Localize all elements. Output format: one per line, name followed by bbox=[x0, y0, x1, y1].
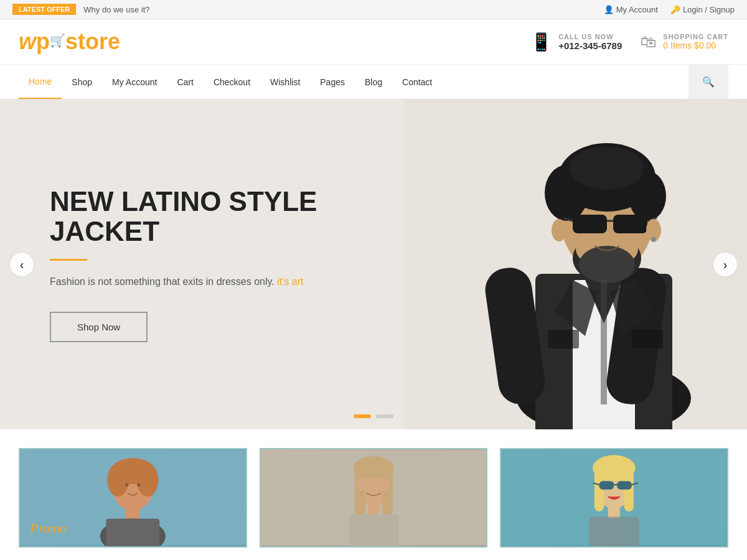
product-card-1-label: Promo bbox=[30, 520, 67, 536]
nav-item-checkout[interactable]: Checkout bbox=[204, 66, 260, 98]
slider-prev-button[interactable]: ‹ bbox=[9, 252, 34, 277]
svg-rect-26 bbox=[601, 280, 607, 404]
slider-dots bbox=[354, 414, 393, 418]
nav-link-cart[interactable]: Cart bbox=[167, 66, 203, 98]
shopping-cart-icon: 🛍 bbox=[641, 32, 657, 52]
my-account-label: My Account bbox=[616, 5, 658, 14]
header: wp🛒store 📱 CALL US NOW +012-345-6789 🛍 S… bbox=[0, 19, 747, 65]
chevron-left-icon: ‹ bbox=[20, 258, 24, 272]
svg-point-32 bbox=[107, 464, 128, 497]
nav-item-wishlist[interactable]: Wishlist bbox=[260, 66, 310, 98]
hero-image-svg bbox=[405, 100, 747, 429]
search-icon: 🔍 bbox=[702, 77, 715, 87]
nav-link-shop[interactable]: Shop bbox=[62, 66, 102, 98]
hero-subtitle-normal: Fashion is not something that exits in d… bbox=[50, 276, 275, 287]
call-text: CALL US NOW +012-345-6789 bbox=[558, 33, 622, 51]
call-label: CALL US NOW bbox=[558, 33, 622, 40]
svg-rect-16 bbox=[573, 215, 607, 233]
cart-items: 0 Items bbox=[663, 40, 692, 50]
slider-dot-2[interactable] bbox=[376, 414, 393, 418]
header-right: 📱 CALL US NOW +012-345-6789 🛍 SHOPPING C… bbox=[530, 32, 728, 52]
nav-item-cart[interactable]: Cart bbox=[167, 66, 203, 98]
svg-rect-42 bbox=[354, 468, 365, 515]
svg-point-12 bbox=[570, 146, 644, 190]
nav-link-my-account[interactable]: My Account bbox=[102, 66, 167, 98]
nav-link-checkout[interactable]: Checkout bbox=[204, 66, 260, 98]
cart-label: SHOPPING CART bbox=[663, 33, 728, 40]
top-bar-right: 👤 My Account 🔑 Login / Signup bbox=[604, 5, 735, 14]
cart-text: SHOPPING CART 0 Items $0.00 bbox=[663, 33, 728, 50]
my-account-link[interactable]: 👤 My Account bbox=[604, 5, 658, 14]
svg-rect-45 bbox=[349, 515, 398, 546]
nav-item-blog[interactable]: Blog bbox=[355, 66, 392, 98]
svg-rect-58 bbox=[590, 517, 639, 546]
svg-rect-28 bbox=[632, 330, 663, 348]
top-bar-center-text: Why do we use it? bbox=[83, 5, 149, 14]
slider-next-button[interactable]: › bbox=[713, 252, 738, 277]
logo-text: wp🛒store bbox=[19, 30, 120, 53]
call-us-section: 📱 CALL US NOW +012-345-6789 bbox=[530, 32, 622, 52]
product-card-3[interactable] bbox=[500, 448, 728, 548]
login-signup-link[interactable]: 🔑 Login / Signup bbox=[670, 5, 735, 14]
nav-item-home[interactable]: Home bbox=[19, 65, 62, 99]
shopping-cart-section[interactable]: 🛍 SHOPPING CART 0 Items $0.00 bbox=[641, 32, 728, 52]
nav-link-blog[interactable]: Blog bbox=[355, 66, 392, 98]
navigation: Home Shop My Account Cart Checkout Wishl… bbox=[0, 65, 747, 100]
svg-point-15 bbox=[579, 246, 635, 283]
product-card-2[interactable] bbox=[260, 448, 488, 548]
user-icon: 👤 bbox=[604, 5, 614, 14]
nav-item-my-account[interactable]: My Account bbox=[102, 66, 167, 98]
svg-point-38 bbox=[137, 483, 141, 487]
svg-rect-27 bbox=[548, 330, 579, 348]
hero-image bbox=[405, 100, 747, 429]
hero-subtitle: Fashion is not something that exits in d… bbox=[50, 274, 324, 289]
top-bar-left: LATEST OFFER Why do we use it? bbox=[12, 4, 150, 15]
hero-content: NEW LATINO STYLE JACKET Fashion is not s… bbox=[0, 187, 374, 343]
svg-rect-36 bbox=[106, 518, 159, 546]
slider-dot-1[interactable] bbox=[354, 414, 371, 418]
svg-point-23 bbox=[651, 237, 656, 242]
latest-offer-badge: LATEST OFFER bbox=[12, 4, 76, 15]
nav-item-shop[interactable]: Shop bbox=[62, 66, 102, 98]
login-icon: 🔑 bbox=[670, 5, 680, 14]
svg-point-33 bbox=[137, 464, 158, 497]
svg-rect-43 bbox=[382, 468, 392, 515]
svg-point-21 bbox=[552, 219, 566, 241]
svg-rect-46 bbox=[357, 478, 390, 490]
nav-link-home[interactable]: Home bbox=[19, 65, 62, 99]
call-number: +012-345-6789 bbox=[558, 40, 622, 51]
shop-now-button[interactable]: Shop Now bbox=[50, 312, 148, 342]
svg-rect-57 bbox=[608, 505, 620, 518]
product-card-3-image bbox=[501, 449, 727, 546]
hero-banner: ‹ NEW LATINO STYLE JACKET Fashion is not… bbox=[0, 100, 747, 429]
cart-info: 0 Items $0.00 bbox=[663, 40, 728, 50]
logo[interactable]: wp🛒store bbox=[19, 30, 120, 53]
nav-link-contact[interactable]: Contact bbox=[392, 66, 442, 98]
nav-link-pages[interactable]: Pages bbox=[310, 66, 355, 98]
product-card-2-image bbox=[261, 449, 487, 546]
chevron-right-icon: › bbox=[723, 258, 728, 272]
svg-rect-17 bbox=[613, 215, 647, 233]
svg-rect-44 bbox=[367, 503, 379, 516]
svg-point-37 bbox=[125, 483, 129, 487]
login-signup-label: Login / Signup bbox=[683, 5, 735, 14]
search-button[interactable]: 🔍 bbox=[688, 65, 728, 99]
nav-link-wishlist[interactable]: Wishlist bbox=[260, 66, 310, 98]
hero-divider bbox=[50, 259, 87, 261]
hero-title: NEW LATINO STYLE JACKET bbox=[50, 187, 324, 247]
hero-subtitle-highlight: it's art bbox=[277, 276, 303, 287]
nav-item-pages[interactable]: Pages bbox=[310, 66, 355, 98]
nav-links: Home Shop My Account Cart Checkout Wishl… bbox=[19, 65, 442, 99]
top-bar: LATEST OFFER Why do we use it? 👤 My Acco… bbox=[0, 0, 747, 19]
nav-item-contact[interactable]: Contact bbox=[392, 66, 442, 98]
cart-price: $0.00 bbox=[694, 40, 716, 50]
svg-rect-52 bbox=[599, 481, 614, 489]
svg-rect-53 bbox=[617, 481, 632, 489]
phone-icon: 📱 bbox=[530, 32, 552, 52]
product-card-1[interactable]: Promo bbox=[19, 448, 247, 548]
products-section: Promo bbox=[0, 429, 747, 548]
